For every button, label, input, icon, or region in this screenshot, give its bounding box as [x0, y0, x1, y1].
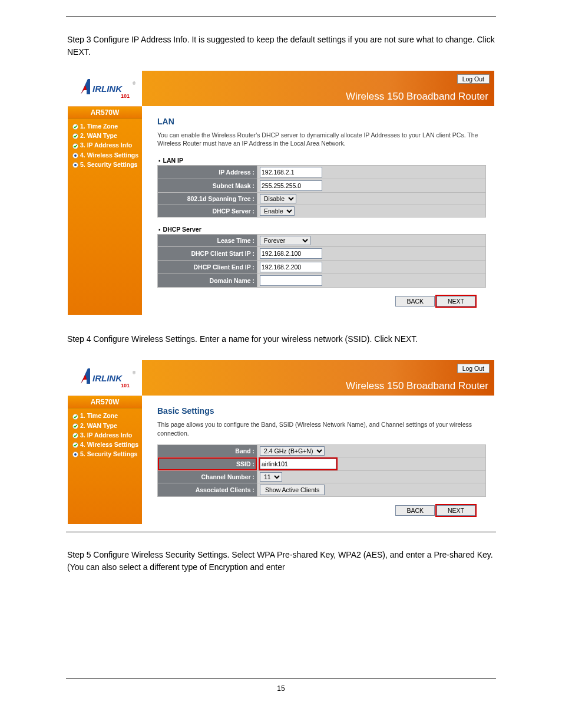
model-label: AR570W	[68, 396, 142, 409]
logo: IRLINK 101 ®	[68, 71, 142, 106]
dhcp-table: Lease Time : Forever DHCP Client Start I…	[157, 234, 486, 288]
basic-table: Band : 2.4 GHz (B+G+N) SSID : Channel Nu…	[157, 444, 486, 497]
svg-text:IRLINK: IRLINK	[92, 373, 123, 383]
router-step3: IRLINK 101 ® AR570W 1. Time Zone2. WAN T…	[67, 70, 495, 315]
router-step4: IRLINK 101 ® AR570W 1. Time Zone2. WAN T…	[67, 360, 495, 524]
next-button[interactable]: NEXT	[437, 296, 475, 307]
section-title: Basic Settings	[157, 406, 486, 416]
channel-label: Channel Number :	[158, 471, 257, 483]
nav-item[interactable]: 3. IP Address Info	[72, 430, 142, 440]
logout-button[interactable]: Log Out	[457, 364, 490, 373]
nav-item[interactable]: 4. Wireless Settings	[72, 150, 142, 160]
subnet-input[interactable]	[260, 180, 322, 191]
nav-item[interactable]: 2. WAN Type	[72, 131, 142, 140]
section-title: LAN	[157, 117, 486, 126]
ip-addr-input[interactable]	[260, 167, 322, 177]
svg-text:®: ®	[133, 371, 136, 375]
lease-select[interactable]: Forever	[260, 236, 310, 245]
nav-item-label: 3. IP Address Info	[80, 141, 132, 149]
check-icon	[72, 414, 78, 420]
check-icon	[72, 124, 78, 130]
nav-item[interactable]: 4. Wireless Settings	[72, 440, 142, 449]
channel-select[interactable]: 11	[260, 472, 282, 482]
header-band: Log Out Wireless 150 Broadband Router	[142, 71, 494, 106]
nav-item-label: 5. Security Settings	[80, 161, 137, 168]
svg-point-18	[74, 453, 77, 456]
logout-button[interactable]: Log Out	[457, 74, 490, 84]
dot-icon	[72, 452, 78, 457]
step3-intro: Step 3 Configure IP Address Info. It is …	[0, 17, 562, 70]
svg-text:®: ®	[133, 81, 136, 85]
svg-text:101: 101	[121, 93, 130, 99]
domain-label: Domain Name :	[158, 274, 257, 287]
nav-list: 1. Time Zone2. WAN Type3. IP Address Inf…	[68, 409, 142, 459]
spanning-label: 802.1d Spanning Tree :	[158, 193, 257, 205]
next-button[interactable]: NEXT	[437, 505, 475, 516]
nav-item-label: 2. WAN Type	[80, 132, 117, 139]
lanip-table: IP Address : Subnet Mask : 802.1d Spanni…	[157, 165, 486, 218]
spanning-select[interactable]: Disable	[260, 194, 296, 203]
nav-item-label: 1. Time Zone	[80, 412, 118, 419]
check-icon	[72, 143, 78, 149]
svg-text:IRLINK: IRLINK	[92, 84, 123, 94]
nav-list: 1. Time Zone2. WAN Type3. IP Address Inf…	[68, 119, 142, 169]
nav-item-label: 3. IP Address Info	[80, 431, 132, 439]
header-title: Wireless 150 Broadband Router	[346, 380, 488, 392]
start-ip-input[interactable]	[260, 248, 322, 259]
check-icon	[72, 442, 78, 448]
ssid-input[interactable]	[260, 459, 336, 469]
lease-label: Lease Time :	[158, 235, 257, 246]
back-button[interactable]: BACK	[395, 505, 435, 516]
band-select[interactable]: 2.4 GHz (B+G+N)	[260, 446, 325, 456]
nav-item[interactable]: 5. Security Settings	[72, 160, 142, 169]
nav-item[interactable]: 3. IP Address Info	[72, 140, 142, 150]
header-title: Wireless 150 Broadband Router	[346, 91, 488, 103]
dhcp-server-select[interactable]: Enable	[260, 206, 295, 216]
check-icon	[72, 423, 78, 429]
band-label: Band :	[158, 445, 257, 457]
check-icon	[72, 433, 78, 439]
svg-text:101: 101	[121, 383, 130, 388]
section-desc: This page allows you to configure the Ba…	[157, 420, 486, 437]
nav-item-label: 4. Wireless Settings	[80, 441, 138, 448]
start-ip-label: DHCP Client Start IP :	[158, 247, 257, 260]
logo: IRLINK 101 ®	[68, 360, 142, 396]
model-label: AR570W	[68, 106, 142, 119]
next-highlight: NEXT	[437, 505, 475, 516]
nav-item[interactable]: 1. Time Zone	[72, 411, 142, 420]
svg-point-7	[74, 154, 77, 157]
domain-input[interactable]	[260, 275, 322, 286]
sidebar: IRLINK 101 ® AR570W 1. Time Zone2. WAN T…	[68, 360, 142, 523]
nav-item[interactable]: 1. Time Zone	[72, 121, 142, 131]
section-desc: You can enable the Wireless Router's DHC…	[157, 131, 486, 147]
ssid-label: SSID :	[158, 457, 257, 470]
end-ip-input[interactable]	[260, 262, 322, 272]
dhcp-server-label: DHCP Server :	[158, 205, 257, 217]
nav-item[interactable]: 5. Security Settings	[72, 449, 142, 459]
svg-point-9	[74, 164, 77, 166]
dhcp-header: DHCP Server	[157, 223, 486, 234]
dot-icon	[72, 162, 78, 168]
end-ip-label: DHCP Client End IP :	[158, 261, 257, 274]
next-highlight: NEXT	[437, 296, 475, 307]
step4-intro: Step 4 Configure Wireless Settings. Ente…	[0, 315, 562, 360]
show-clients-button[interactable]: Show Active Clients	[260, 485, 325, 495]
nav-item-label: 4. Wireless Settings	[80, 151, 138, 159]
lanip-header: LAN IP	[157, 154, 486, 165]
nav-item-label: 5. Security Settings	[80, 450, 137, 457]
nav-item[interactable]: 2. WAN Type	[72, 421, 142, 430]
ip-addr-label: IP Address :	[158, 166, 257, 179]
nav-item-label: 1. Time Zone	[80, 123, 118, 130]
subnet-label: Subnet Mask :	[158, 179, 257, 192]
dot-icon	[72, 153, 78, 159]
header-band: Log Out Wireless 150 Broadband Router	[142, 360, 494, 396]
nav-item-label: 2. WAN Type	[80, 422, 117, 429]
check-icon	[72, 133, 78, 139]
sidebar: IRLINK 101 ® AR570W 1. Time Zone2. WAN T…	[68, 71, 142, 315]
back-button[interactable]: BACK	[395, 296, 435, 307]
assoc-label: Associated Clients :	[158, 483, 257, 496]
page-number: 15	[277, 684, 285, 693]
step5-intro: Step 5 Configure Wireless Security Setti…	[0, 532, 562, 574]
